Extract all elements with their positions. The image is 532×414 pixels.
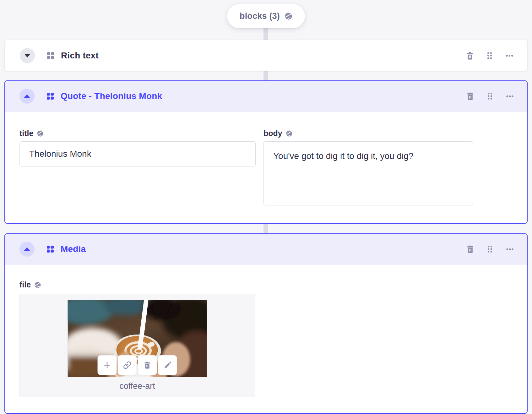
- block-media-header: Media: [5, 234, 527, 264]
- block-rich-text: Rich text: [4, 40, 528, 71]
- blocks-grid-icon: [47, 52, 54, 59]
- field-label-row: file: [19, 280, 527, 289]
- globe-icon: [34, 281, 41, 288]
- block-actions: [465, 91, 514, 101]
- trash-icon[interactable]: [465, 51, 475, 60]
- caret-down-icon: [24, 54, 30, 57]
- more-options-icon[interactable]: [505, 91, 514, 101]
- block-title: Quote - Thelonius Monk: [61, 91, 162, 101]
- field-label: body: [263, 129, 282, 138]
- drag-handle-icon[interactable]: [485, 91, 495, 101]
- field-label-row: title: [19, 129, 256, 138]
- trash-icon[interactable]: [465, 244, 475, 254]
- globe-icon: [285, 12, 292, 20]
- drag-handle-icon[interactable]: [485, 244, 495, 254]
- body-textarea[interactable]: [263, 141, 473, 205]
- blocks-grid-icon: [46, 92, 54, 100]
- blocks-grid-icon: [46, 245, 54, 253]
- array-field-pill: blocks (3): [227, 4, 305, 28]
- expand-toggle-button[interactable]: [20, 48, 35, 63]
- field-label-row: body: [263, 129, 473, 138]
- trash-icon[interactable]: [138, 355, 157, 375]
- drag-handle-icon[interactable]: [485, 51, 494, 60]
- link-icon[interactable]: [118, 355, 137, 375]
- field-body: body: [263, 129, 473, 207]
- block-quote-header: Quote - Thelonius Monk: [5, 81, 527, 112]
- block-actions: [465, 51, 514, 60]
- more-options-icon[interactable]: [505, 51, 514, 60]
- plus-icon[interactable]: [98, 355, 117, 375]
- media-action-toolbar: [98, 355, 177, 375]
- array-field-label: blocks (3): [240, 11, 280, 21]
- title-input[interactable]: [19, 141, 256, 166]
- block-media-body: file: [5, 264, 527, 413]
- globe-icon: [37, 130, 44, 137]
- block-media: Media file: [4, 233, 528, 414]
- caret-up-icon: [24, 94, 30, 98]
- more-options-icon[interactable]: [505, 244, 514, 254]
- file-field-card: coffee-art: [19, 294, 255, 397]
- field-label: title: [19, 129, 33, 138]
- blocks-list: Rich text Quote - Thelonius Monk: [4, 40, 528, 414]
- field-title: title: [19, 129, 256, 207]
- block-quote: Quote - Thelonius Monk title body: [4, 80, 528, 224]
- block-quote-body: title body: [5, 112, 527, 223]
- field-label: file: [19, 280, 31, 289]
- pencil-icon[interactable]: [158, 355, 177, 375]
- block-title: Rich text: [61, 51, 99, 61]
- globe-icon: [286, 130, 293, 137]
- block-actions: [465, 244, 514, 254]
- collapse-toggle-button[interactable]: [19, 242, 35, 257]
- block-title: Media: [61, 244, 86, 254]
- trash-icon[interactable]: [465, 91, 475, 101]
- caret-up-icon: [24, 247, 30, 251]
- file-name-caption: coffee-art: [20, 381, 255, 391]
- collapse-toggle-button[interactable]: [19, 89, 35, 104]
